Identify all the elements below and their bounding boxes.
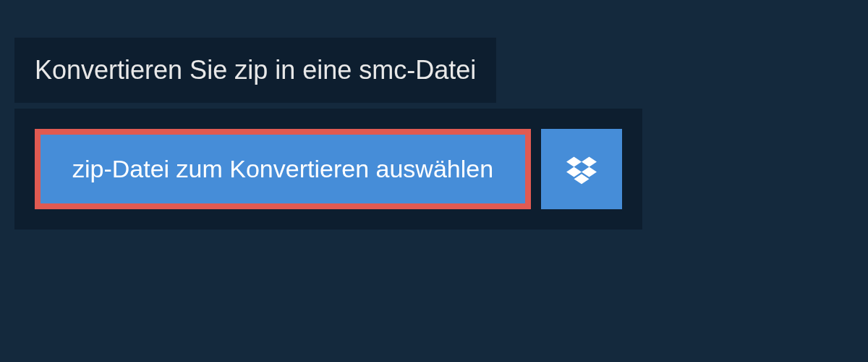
select-file-label: zip-Datei zum Konvertieren auswählen [72, 155, 493, 183]
title-bar: Konvertieren Sie zip in eine smc-Datei [14, 38, 496, 103]
page-title: Konvertieren Sie zip in eine smc-Datei [35, 55, 476, 85]
dropbox-button[interactable] [541, 129, 622, 209]
dropbox-icon [566, 154, 597, 185]
file-select-panel: zip-Datei zum Konvertieren auswählen [14, 109, 642, 230]
select-file-button[interactable]: zip-Datei zum Konvertieren auswählen [35, 129, 531, 209]
